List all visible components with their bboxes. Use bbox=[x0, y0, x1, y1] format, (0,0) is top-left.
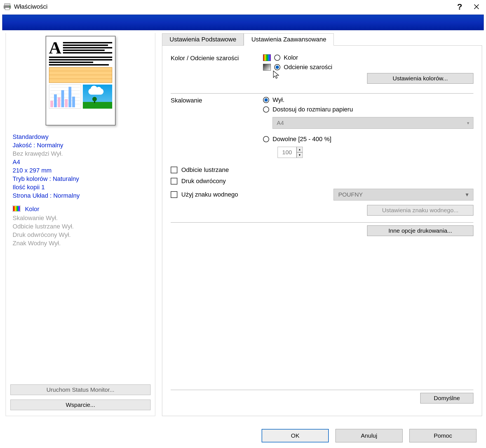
color-swatch-icon bbox=[263, 54, 271, 61]
spinner-down[interactable]: ▼ bbox=[297, 152, 303, 158]
custom-scale-spinner: ▲ ▼ bbox=[278, 147, 473, 158]
radio-grayscale[interactable] bbox=[274, 64, 280, 70]
tab-basic[interactable]: Ustawienia Podstawowe bbox=[162, 33, 244, 46]
radio-scaling-off-label: Wył. bbox=[273, 96, 285, 104]
checkbox-watermark-label: Użyj znaku wodnego bbox=[181, 191, 238, 198]
ok-button[interactable]: OK bbox=[262, 429, 329, 442]
radio-scaling-fit[interactable] bbox=[263, 106, 269, 113]
brand-banner bbox=[2, 15, 484, 30]
summary-scaling: Skalowanie Wył. bbox=[13, 214, 148, 222]
svg-rect-9 bbox=[18, 206, 19, 211]
right-panel: Ustawienia Podstawowe Ustawienia Zaawans… bbox=[162, 33, 482, 416]
dialog-footer: OK Anuluj Pomoc bbox=[0, 423, 482, 442]
summary-borderless: Bez krawędzi Wył. bbox=[13, 150, 148, 157]
radio-color-label: Kolor bbox=[284, 54, 298, 61]
separator bbox=[171, 390, 473, 390]
help-footer-button[interactable]: Pomoc bbox=[409, 429, 476, 442]
radio-scaling-off[interactable] bbox=[263, 97, 269, 103]
checkbox-reverse-label: Druk odwrócony bbox=[181, 178, 226, 185]
summary-mirror: Odbicie lustrzane Wył. bbox=[13, 223, 148, 230]
summary-paper-size: A4 bbox=[13, 158, 148, 166]
page-preview: A bbox=[46, 36, 116, 125]
grayscale-swatch-icon bbox=[263, 64, 271, 71]
chevron-down-icon: ▾ bbox=[466, 191, 469, 198]
titlebar: Właściwości ? bbox=[0, 0, 486, 13]
scaling-label: Skalowanie bbox=[171, 96, 263, 104]
svg-rect-8 bbox=[17, 206, 18, 211]
svg-point-3 bbox=[10, 6, 10, 7]
checkbox-mirror[interactable] bbox=[171, 167, 177, 173]
spinner-up[interactable]: ▲ bbox=[297, 147, 303, 152]
fit-paper-size-value: A4 bbox=[277, 120, 284, 126]
tab-content-advanced: Kolor / Odcienie szarości Kolor Odcienie… bbox=[162, 45, 482, 416]
cancel-button[interactable]: Anuluj bbox=[335, 429, 403, 442]
checkbox-mirror-label: Odbicie lustrzane bbox=[181, 166, 229, 174]
checkbox-reverse[interactable] bbox=[171, 178, 177, 185]
summary-watermark: Znak Wodny Wył. bbox=[13, 240, 148, 247]
status-monitor-button[interactable]: Uruchom Status Monitor... bbox=[10, 384, 151, 395]
svg-rect-2 bbox=[5, 8, 10, 10]
summary-quality: Jakość : Normalny bbox=[13, 142, 148, 149]
close-button[interactable] bbox=[468, 0, 485, 13]
watermark-settings-button[interactable]: Ustawienia znaku wodnego... bbox=[367, 205, 473, 216]
radio-scaling-custom-label: Dowolne [25 - 400 %] bbox=[273, 136, 331, 143]
color-swatch-icon bbox=[13, 206, 20, 213]
left-preview-panel: A bbox=[6, 33, 155, 416]
separator bbox=[171, 93, 473, 94]
svg-rect-10 bbox=[19, 206, 20, 211]
color-grayscale-label: Kolor / Odcienie szarości bbox=[171, 54, 263, 62]
summary-color-mode: Tryb kolorów : Naturalny bbox=[13, 175, 148, 183]
checkbox-watermark[interactable] bbox=[171, 191, 177, 198]
help-button[interactable]: ? bbox=[451, 0, 468, 13]
watermark-combo[interactable]: POUFNY ▾ bbox=[334, 189, 473, 200]
color-settings-button[interactable]: Ustawienia kolorów... bbox=[367, 73, 473, 84]
summary-reverse: Druk odwrócony Wył. bbox=[13, 231, 148, 239]
defaults-button[interactable]: Domyślne bbox=[420, 393, 473, 403]
support-button[interactable]: Wsparcie... bbox=[10, 400, 151, 410]
radio-color[interactable] bbox=[274, 55, 280, 61]
other-print-options-button[interactable]: Inne opcje drukowania... bbox=[367, 225, 473, 236]
summary-layout: Strona Układ : Normalny bbox=[13, 192, 148, 199]
cursor-icon bbox=[273, 70, 280, 81]
custom-scale-input[interactable] bbox=[278, 147, 297, 158]
svg-rect-6 bbox=[14, 206, 15, 211]
summary-dimensions: 210 x 297 mm bbox=[13, 167, 148, 174]
radio-scaling-fit-label: Dostosuj do rozmiaru papieru bbox=[273, 106, 353, 113]
window-title: Właściwości bbox=[14, 3, 451, 10]
summary-color: Kolor bbox=[13, 206, 148, 213]
tab-bar: Ustawienia Podstawowe Ustawienia Zaawans… bbox=[162, 33, 482, 45]
printer-icon bbox=[3, 3, 11, 10]
svg-rect-5 bbox=[13, 206, 14, 211]
tab-advanced[interactable]: Ustawienia Zaawansowane bbox=[244, 33, 334, 46]
summary-paper-type: Standardowy bbox=[13, 133, 148, 141]
settings-summary-list: Standardowy Jakość : Normalny Bez krawęd… bbox=[6, 133, 155, 247]
chevron-down-icon: ▾ bbox=[467, 120, 469, 126]
radio-scaling-custom[interactable] bbox=[263, 136, 269, 142]
fit-paper-size-combo[interactable]: A4 ▾ bbox=[273, 117, 473, 129]
separator bbox=[171, 222, 473, 223]
radio-grayscale-label: Odcienie szarości bbox=[284, 64, 332, 71]
svg-rect-7 bbox=[15, 206, 17, 211]
summary-copies: Ilość kopii 1 bbox=[13, 184, 148, 191]
watermark-combo-value: POUFNY bbox=[338, 191, 363, 198]
